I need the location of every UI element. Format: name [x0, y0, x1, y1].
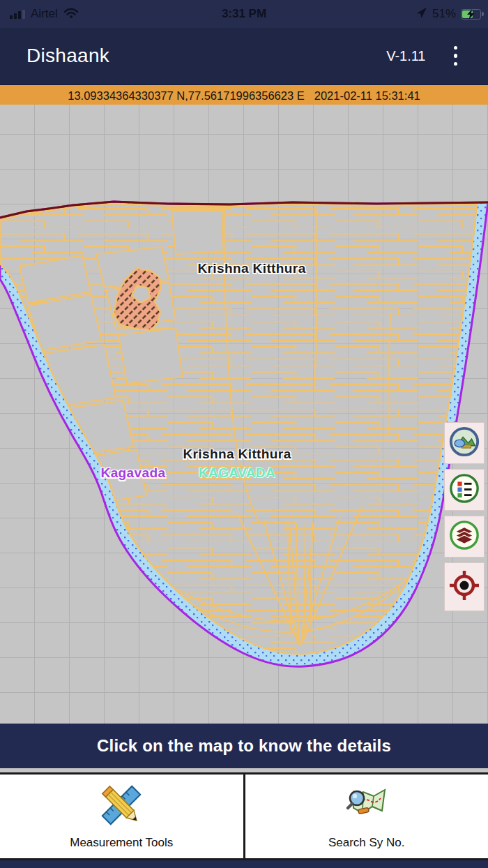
- layers-icon: [448, 519, 480, 554]
- coordinate-bar: 13.09334364330377 N,77.56171996356623 E …: [0, 84, 488, 106]
- search-map-icon: [342, 781, 392, 830]
- measurement-tools-icon: [94, 781, 148, 835]
- hint-text: Click on the map to know the details: [97, 736, 391, 756]
- app-bar: Dishaank V-1.11: [0, 28, 488, 84]
- battery-percent: 51%: [432, 7, 456, 21]
- village-map-canvas: [0, 105, 488, 724]
- search-sy-no-button[interactable]: Search Sy No.: [243, 775, 488, 858]
- map-control-stack: [444, 422, 485, 611]
- my-location-icon: [448, 569, 481, 605]
- app-title: Dishaank: [0, 45, 386, 67]
- gps-coordinates: 13.09334364330377 N,77.56171996356623 E: [68, 89, 305, 103]
- search-sy-no-label: Search Sy No.: [328, 836, 405, 850]
- measurement-tools-button[interactable]: Measurement Tools: [0, 775, 243, 858]
- legend-icon: [448, 472, 480, 507]
- cell-signal-icon: [10, 10, 25, 19]
- status-bar: 3:31 PM Airtel 51%: [0, 0, 488, 28]
- home-indicator-area: [0, 860, 488, 868]
- app-version: V-1.11: [386, 48, 425, 64]
- overflow-menu-icon[interactable]: [454, 46, 458, 66]
- overview-map-icon: [448, 426, 480, 461]
- wifi-icon: [63, 7, 79, 21]
- app-screen: 3:31 PM Airtel 51% Dishaank: [0, 0, 488, 868]
- carrier-name: Airtel: [31, 7, 58, 21]
- battery-charging-icon: [461, 9, 481, 20]
- village-label-bottom: Krishna Kitthura: [183, 447, 291, 462]
- bottom-toolbar: Measurement Tools Search Sy No.: [0, 772, 488, 860]
- location-arrow-icon: [415, 6, 427, 22]
- place-label-kagavada: Kagavada: [101, 465, 166, 481]
- hint-bar: Click on the map to know the details: [0, 724, 488, 768]
- measurement-tools-label: Measurement Tools: [70, 836, 173, 850]
- legend-button[interactable]: [444, 469, 485, 511]
- village-label-top: Krishna Kitthura: [197, 261, 305, 276]
- overview-map-button[interactable]: [444, 422, 485, 464]
- gps-timestamp: 2021-02-11 15:31:41: [314, 89, 420, 103]
- place-label-kagavada-alt: KAGAVADA: [199, 465, 275, 481]
- layers-button[interactable]: [444, 516, 485, 558]
- cadastral-map[interactable]: Krishna Kitthura Krishna Kitthura Kagava…: [0, 105, 488, 724]
- my-location-button[interactable]: [444, 562, 485, 611]
